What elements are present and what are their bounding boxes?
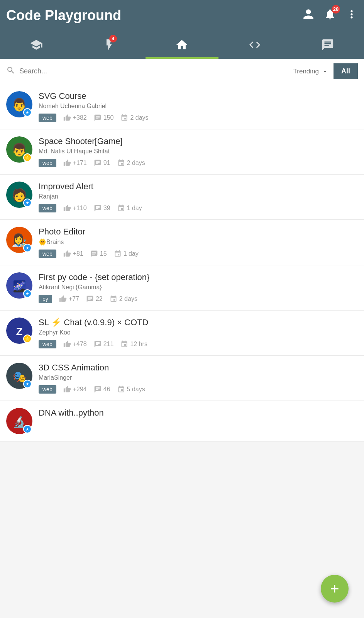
header-actions: 28 xyxy=(302,8,358,23)
tab-code[interactable] xyxy=(218,31,291,59)
more-options-icon[interactable] xyxy=(345,8,358,23)
list-item[interactable]: 👩‍🎨 ★ Photo Editor 🌞Brains web +81 15 xyxy=(0,220,364,265)
activity-badge: 4 xyxy=(109,35,117,42)
item-tag: web xyxy=(39,340,56,348)
avatar-badge: ★ xyxy=(23,108,32,117)
item-meta: web +81 15 1 day xyxy=(39,250,358,258)
likes-count: +77 xyxy=(69,295,79,302)
list-item[interactable]: 🌌 ★ First py code - {set operation} Atik… xyxy=(0,265,364,311)
notification-badge: 28 xyxy=(332,5,340,14)
avatar-wrap: 🧑 ★ xyxy=(6,182,32,208)
time-label: 5 days xyxy=(127,386,145,393)
svg-text:Z: Z xyxy=(16,326,22,338)
time-label: 12 hrs xyxy=(130,341,147,348)
item-title: First py code - {set operation} xyxy=(39,272,358,282)
comments-count: 15 xyxy=(100,250,107,257)
comments-count: 91 xyxy=(103,160,110,166)
likes-count: +110 xyxy=(73,205,87,212)
avatar-badge: ★ xyxy=(23,199,32,207)
search-wrapper xyxy=(6,66,289,77)
search-input[interactable] xyxy=(19,67,289,75)
likes-count: +81 xyxy=(73,250,83,257)
item-content: Photo Editor 🌞Brains web +81 15 1 day xyxy=(39,227,358,258)
tab-home[interactable] xyxy=(146,31,218,59)
avatar-wrap: 🎭 ★ xyxy=(6,363,32,389)
avatar-badge: ⭐ xyxy=(23,334,32,343)
item-likes: +77 xyxy=(59,295,79,303)
tab-learn[interactable] xyxy=(0,31,73,59)
avatar-wrap: 👦 ⭐ xyxy=(6,136,32,163)
item-author: Atikrant Negi {Gamma} xyxy=(39,284,358,291)
item-author: 🌞Brains xyxy=(39,238,358,246)
item-content: SVG Course Nomeh Uchenna Gabriel web +38… xyxy=(39,91,358,122)
item-meta: web +110 39 1 day xyxy=(39,204,358,212)
tab-chat[interactable] xyxy=(291,31,364,59)
add-button[interactable]: + xyxy=(321,575,349,603)
item-title: SL ⚡ Chat (v.0.9.9) × COTD xyxy=(39,317,358,328)
likes-count: +171 xyxy=(73,160,87,166)
item-time: 2 days xyxy=(120,114,148,122)
time-label: 2 days xyxy=(127,160,145,166)
avatar-wrap: 👨 ★ xyxy=(6,91,32,117)
item-content: Space Shooter[Game] Md. Nafis Ul Haque S… xyxy=(39,136,358,167)
item-content: DNA with..python xyxy=(39,408,358,422)
avatar-badge: ★ xyxy=(23,289,32,298)
item-likes: +478 xyxy=(63,340,87,348)
avatar-wrap: Z ⭐ xyxy=(6,317,32,344)
list-item[interactable]: 🧑 ★ Improved Alert Ranjan web +110 39 xyxy=(0,175,364,220)
tab-activity[interactable]: 4 xyxy=(73,31,146,59)
avatar-badge: ⭐ xyxy=(23,153,32,162)
notifications-icon[interactable]: 28 xyxy=(324,8,336,23)
item-author: Zephyr Koo xyxy=(39,329,358,336)
likes-count: +294 xyxy=(73,386,87,393)
profile-icon[interactable] xyxy=(302,8,315,23)
list-item[interactable]: Z ⭐ SL ⚡ Chat (v.0.9.9) × COTD Zephyr Ko… xyxy=(0,311,364,356)
app-title: Code Playground xyxy=(6,7,121,24)
app-header: Code Playground 28 xyxy=(0,0,364,31)
item-meta: web +478 211 12 hrs xyxy=(39,340,358,348)
likes-count: +478 xyxy=(73,341,87,348)
avatar-wrap: 🔬 ★ xyxy=(6,408,32,434)
item-title: Space Shooter[Game] xyxy=(39,136,358,146)
nav-tabs: 4 xyxy=(0,31,364,59)
item-tag: py xyxy=(39,295,52,303)
list-item[interactable]: 🔬 ★ DNA with..python xyxy=(0,401,364,441)
item-comments: 91 xyxy=(94,159,110,167)
item-tag: web xyxy=(39,204,56,212)
item-time: 12 hrs xyxy=(120,340,147,348)
avatar-wrap: 👩‍🎨 ★ xyxy=(6,227,32,253)
list-item[interactable]: 👨 ★ SVG Course Nomeh Uchenna Gabriel web… xyxy=(0,84,364,129)
time-label: 2 days xyxy=(130,114,148,121)
sort-control[interactable]: Trending xyxy=(293,68,329,75)
comments-count: 211 xyxy=(103,341,114,348)
item-comments: 211 xyxy=(94,340,114,348)
item-title: DNA with..python xyxy=(39,408,358,418)
items-list: 👨 ★ SVG Course Nomeh Uchenna Gabriel web… xyxy=(0,84,364,441)
item-content: SL ⚡ Chat (v.0.9.9) × COTD Zephyr Koo we… xyxy=(39,317,358,348)
item-content: First py code - {set operation} Atikrant… xyxy=(39,272,358,303)
item-title: Photo Editor xyxy=(39,227,358,237)
item-likes: +171 xyxy=(63,159,87,167)
likes-count: +382 xyxy=(73,114,87,121)
filter-all-button[interactable]: All xyxy=(334,63,358,79)
item-title: 3D CSS Animation xyxy=(39,363,358,373)
avatar-badge: ★ xyxy=(23,425,32,433)
item-meta: web +294 46 5 days xyxy=(39,385,358,394)
item-content: 3D CSS Animation MarlaSinger web +294 46… xyxy=(39,363,358,394)
sort-label: Trending xyxy=(293,68,319,75)
time-label: 2 days xyxy=(119,295,137,302)
comments-count: 46 xyxy=(103,386,110,393)
avatar-wrap: 🌌 ★ xyxy=(6,272,32,299)
search-bar: Trending All xyxy=(0,59,364,84)
item-meta: py +77 22 2 days xyxy=(39,295,358,303)
item-time: 1 day xyxy=(114,250,139,258)
item-tag: web xyxy=(39,114,56,122)
item-time: 2 days xyxy=(117,159,145,167)
comments-count: 150 xyxy=(103,114,114,121)
time-label: 1 day xyxy=(127,205,142,212)
item-meta: web +382 150 2 days xyxy=(39,114,358,122)
avatar-badge: ★ xyxy=(23,244,32,252)
list-item[interactable]: 👦 ⭐ Space Shooter[Game] Md. Nafis Ul Haq… xyxy=(0,129,364,175)
item-author: Md. Nafis Ul Haque Shifat xyxy=(39,148,358,155)
list-item[interactable]: 🎭 ★ 3D CSS Animation MarlaSinger web +29… xyxy=(0,356,364,401)
